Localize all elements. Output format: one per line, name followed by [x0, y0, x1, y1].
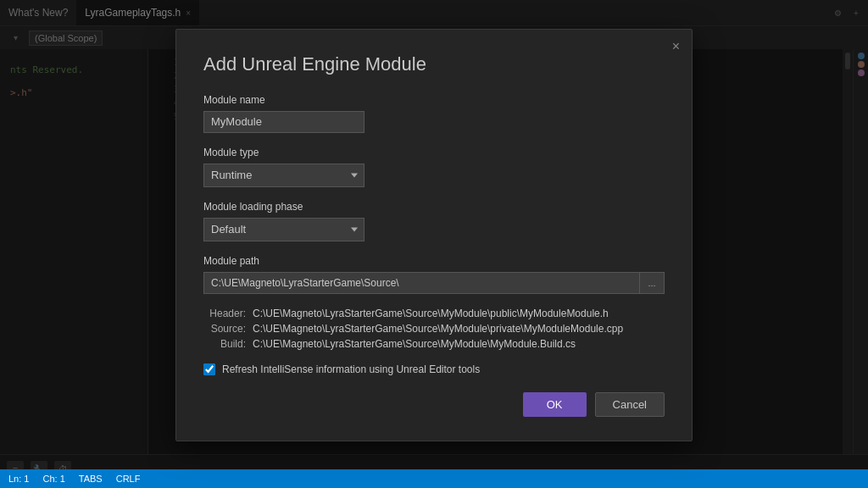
- module-type-select-wrapper: Runtime Editor EditorNoCommandlet Develo…: [203, 164, 364, 187]
- module-loading-phase-label: Module loading phase: [203, 201, 665, 213]
- source-file-row: Source: C:\UE\Magneto\LyraStarterGame\So…: [203, 323, 665, 335]
- module-loading-phase-select-wrapper: Default PostDefault PreDefault EarliestP…: [203, 218, 364, 241]
- browse-button[interactable]: ...: [639, 272, 665, 294]
- module-name-group: Module name: [203, 94, 665, 133]
- cancel-button[interactable]: Cancel: [595, 392, 665, 417]
- header-file-path: C:\UE\Magneto\LyraStarterGame\Source\MyM…: [253, 308, 609, 319]
- checkbox-row: Refresh IntelliSense information using U…: [203, 363, 665, 375]
- intellisense-checkbox-label: Refresh IntelliSense information using U…: [222, 363, 480, 375]
- status-ln: Ln: 1: [8, 474, 29, 484]
- module-type-select[interactable]: Runtime Editor EditorNoCommandlet Develo…: [203, 164, 364, 187]
- ok-button[interactable]: OK: [523, 392, 587, 417]
- build-file-label: Build:: [203, 338, 246, 350]
- status-ch: Ch: 1: [42, 474, 64, 484]
- module-path-group: Module path ...: [203, 255, 665, 294]
- modal-overlay: × Add Unreal Engine Module Module name M…: [0, 0, 868, 469]
- status-crlf: CRLF: [116, 474, 141, 484]
- dialog-close-button[interactable]: ×: [672, 40, 680, 53]
- module-path-input[interactable]: [203, 272, 639, 294]
- add-module-dialog: × Add Unreal Engine Module Module name M…: [175, 29, 693, 441]
- status-tabs: TABS: [79, 474, 103, 484]
- status-bar: Ln: 1 Ch: 1 TABS CRLF: [0, 469, 868, 488]
- header-file-label: Header:: [203, 308, 246, 319]
- source-file-path: C:\UE\Magneto\LyraStarterGame\Source\MyM…: [253, 323, 623, 335]
- module-name-input[interactable]: [203, 111, 364, 133]
- build-file-path: C:\UE\Magneto\LyraStarterGame\Source\MyM…: [253, 338, 576, 350]
- module-path-label: Module path: [203, 255, 665, 267]
- dialog-footer: OK Cancel: [203, 392, 665, 417]
- file-info-section: Header: C:\UE\Magneto\LyraStarterGame\So…: [203, 308, 665, 350]
- header-file-row: Header: C:\UE\Magneto\LyraStarterGame\So…: [203, 308, 665, 319]
- module-path-row: ...: [203, 272, 665, 294]
- module-type-label: Module type: [203, 147, 665, 158]
- module-loading-phase-select[interactable]: Default PostDefault PreDefault EarliestP…: [203, 218, 364, 241]
- module-loading-phase-group: Module loading phase Default PostDefault…: [203, 201, 665, 241]
- intellisense-checkbox[interactable]: [203, 363, 215, 375]
- build-file-row: Build: C:\UE\Magneto\LyraStarterGame\Sou…: [203, 338, 665, 350]
- dialog-title: Add Unreal Engine Module: [203, 53, 665, 75]
- source-file-label: Source:: [203, 323, 246, 335]
- module-name-label: Module name: [203, 94, 665, 106]
- module-type-group: Module type Runtime Editor EditorNoComma…: [203, 147, 665, 187]
